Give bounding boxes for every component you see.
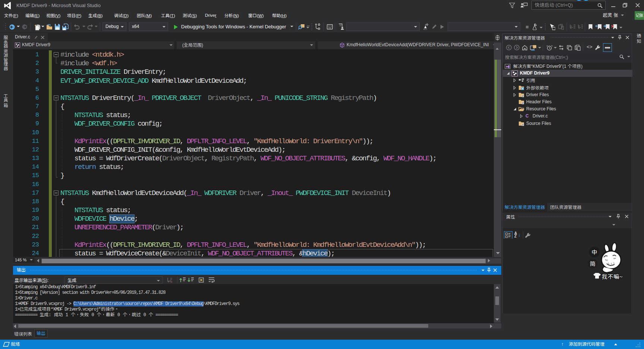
- svg-text:中: 中: [591, 249, 597, 255]
- svg-text:我不嘛~: 我不嘛~: [602, 273, 623, 280]
- svg-text:简: 简: [590, 260, 595, 267]
